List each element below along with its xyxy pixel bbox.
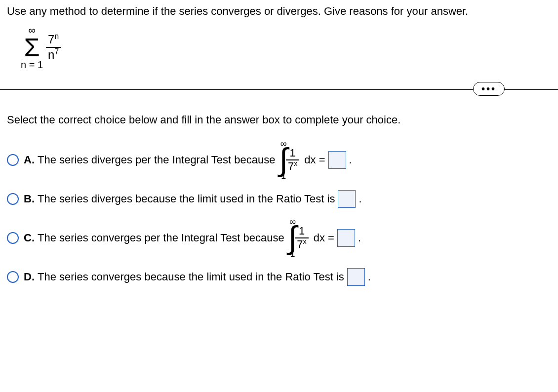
sigma-lower-limit: n = 1 — [21, 60, 43, 70]
choice-b-text: The series diverges because the limit us… — [38, 193, 335, 205]
radio-b[interactable] — [7, 193, 19, 205]
section-divider: ••• — [0, 82, 558, 97]
choices-group: A. The series diverges per the Integral … — [7, 139, 551, 289]
answer-input-c[interactable] — [337, 229, 355, 247]
question-text: Use any method to determine if the serie… — [7, 4, 551, 19]
period: . — [349, 154, 352, 166]
dx-equals: dx = — [314, 232, 334, 244]
radio-c[interactable] — [7, 232, 19, 244]
period: . — [358, 232, 361, 244]
period: . — [368, 271, 371, 283]
choice-b[interactable]: B. The series diverges because the limit… — [7, 187, 551, 211]
sigma-symbol: Σ — [24, 36, 40, 59]
choice-a-text: The series diverges per the Integral Tes… — [38, 154, 275, 166]
instructions-text: Select the correct choice below and fill… — [7, 114, 551, 126]
choice-d-text: The series converges because the limit u… — [38, 271, 344, 283]
more-options-button[interactable]: ••• — [473, 82, 505, 96]
radio-a[interactable] — [7, 154, 19, 166]
integral-a: ∞ ∫ 1 1 7x — [279, 140, 300, 179]
choice-a[interactable]: A. The series diverges per the Integral … — [7, 139, 551, 181]
choice-letter: C. — [24, 232, 38, 244]
integral-c: ∞ ∫ 1 1 7x — [288, 218, 310, 257]
dx-equals: dx = — [304, 154, 325, 166]
choice-d[interactable]: D. The series converges because the limi… — [7, 265, 551, 289]
choice-c-text: The series converges per the Integral Te… — [38, 232, 284, 244]
choice-c[interactable]: C. The series converges per the Integral… — [7, 217, 551, 259]
answer-input-b[interactable] — [338, 190, 356, 208]
choice-letter: B. — [24, 193, 38, 205]
choice-letter: D. — [24, 271, 38, 283]
answer-input-d[interactable] — [347, 268, 365, 286]
choice-letter: A. — [24, 154, 38, 166]
period: . — [359, 193, 361, 205]
answer-input-a[interactable] — [328, 151, 346, 169]
radio-d[interactable] — [7, 271, 19, 283]
series-expression: ∞ Σ n = 1 7n n7 — [21, 24, 551, 73]
series-fraction: 7n n7 — [46, 33, 61, 62]
